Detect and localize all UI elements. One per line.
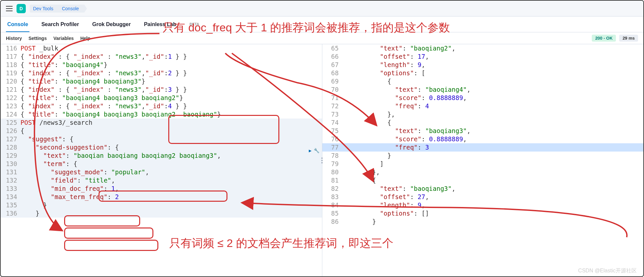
code-content[interactable]: "term": { (20, 160, 322, 168)
code-content[interactable]: "min_doc_freq": 1, (20, 185, 322, 193)
tab-console[interactable]: Console (6, 17, 29, 32)
code-content[interactable]: "score": 0.8888889, (342, 94, 644, 102)
code-content[interactable]: { "index" : { "_index" : "news3","_id":1… (20, 52, 322, 61)
tab-grok-debugger[interactable]: Grok Debugger (91, 17, 132, 32)
code-content[interactable]: POST _bulk (20, 44, 322, 52)
code-line[interactable]: 73 }, (322, 110, 644, 119)
code-line[interactable]: 118{ "title": "baoqiang4"} (1, 61, 322, 69)
menu-icon[interactable] (6, 6, 13, 11)
code-line[interactable]: 77 "freq": 3 (322, 143, 644, 152)
code-content[interactable]: ] (342, 160, 644, 168)
code-line[interactable]: 82 "text": "baoqiang3", (322, 185, 644, 193)
code-line[interactable]: 136 } (1, 209, 322, 218)
code-line[interactable]: 122{ "title": "baoqiang4 baoqiang3 baoqi… (1, 94, 322, 102)
code-content[interactable]: "options": [] (342, 209, 644, 218)
code-line[interactable]: 72 "freq": 4 (322, 102, 644, 110)
code-content[interactable]: { (342, 77, 644, 86)
code-content[interactable]: "score": 0.8888889, (342, 135, 644, 143)
code-content[interactable]: }, (342, 110, 644, 119)
code-content[interactable]: "text": "baoqiang3", (342, 127, 644, 135)
code-line[interactable]: 78 } (322, 152, 644, 160)
code-line[interactable]: 129 "text": "baoqian baoqiang baoqiang2 … (1, 152, 322, 160)
code-line[interactable]: 65 "text": "baoqiang2", (322, 44, 644, 52)
code-content[interactable]: "text": "baoqiang2", (342, 44, 644, 52)
code-line[interactable]: 131 "suggest_mode": "popular", (1, 168, 322, 176)
code-content[interactable]: "field": "title", (20, 176, 322, 185)
code-content[interactable]: "offset": 27, (342, 193, 644, 201)
code-line[interactable]: 124{ "title": "baoqiang4 baoqiang3 baoqi… (1, 110, 322, 119)
history-button[interactable]: History (6, 36, 22, 41)
code-line[interactable]: 135 } (1, 201, 322, 209)
code-content[interactable]: { (342, 119, 644, 127)
tab-painless-lab[interactable]: Painless Lab (142, 17, 178, 32)
code-line[interactable]: 83 "offset": 27, (322, 193, 644, 201)
code-content[interactable]: "offset": 17, (342, 52, 644, 61)
code-line[interactable]: 79 ] (322, 160, 644, 168)
code-line[interactable]: 81 { (322, 176, 644, 185)
code-line[interactable]: 67 "length": 9, (322, 61, 644, 69)
code-content[interactable]: "freq": 3 (342, 143, 644, 152)
code-line[interactable]: 85 "options": [] (322, 209, 644, 218)
code-content[interactable]: { "title": "baoqiang4 baoqiang3"} (20, 77, 322, 86)
code-content[interactable]: { (342, 176, 644, 185)
code-content[interactable]: { "index" : { "_index" : "news3","_id":3… (20, 86, 322, 94)
code-content[interactable]: "length": 9, (342, 201, 644, 209)
code-line[interactable]: 123{ "index" : { "_index" : "news3","_id… (1, 102, 322, 110)
wrench-icon[interactable]: 🔧 (314, 147, 319, 155)
code-content[interactable]: "suggest": { (20, 135, 322, 143)
code-content[interactable]: { (20, 127, 322, 135)
code-line[interactable]: 120{ "title": "baoqiang4 baoqiang3"} (1, 77, 322, 86)
code-line[interactable]: 71 "score": 0.8888889, (322, 94, 644, 102)
code-line[interactable]: 134 "max_term_freq": 2 (1, 193, 322, 201)
code-content[interactable]: POST /news3/_search (20, 119, 322, 127)
variables-button[interactable]: Variables (53, 36, 74, 41)
request-pane[interactable]: ▶ 🔧 116POST _bulk117{ "index" : { "_inde… (1, 44, 322, 276)
code-content[interactable]: { "title": "baoqiang4 baoqiang3 baoqiang… (20, 94, 322, 102)
code-line[interactable]: 84 "length": 9, (322, 201, 644, 209)
code-line[interactable]: 127 "suggest": { (1, 135, 322, 143)
code-content[interactable]: } (342, 152, 644, 160)
split-handle[interactable] (321, 154, 323, 167)
tab-search-profiler[interactable]: Search Profiler (40, 17, 80, 32)
code-content[interactable]: "text": "baoqian baoqiang baoqiang2 baoq… (20, 152, 322, 160)
code-line[interactable]: 75 "text": "baoqiang3", (322, 127, 644, 135)
code-content[interactable]: "options": [ (342, 69, 644, 77)
code-line[interactable]: 130 "term": { (1, 160, 322, 168)
code-content[interactable]: { "title": "baoqiang4 baoqiang3 baoqiang… (20, 110, 322, 119)
code-line[interactable]: 68 "options": [ (322, 69, 644, 77)
code-content[interactable]: "max_term_freq": 2 (20, 193, 322, 201)
code-line[interactable]: 128 "second-suggestion": { (1, 143, 322, 152)
code-content[interactable]: } (20, 209, 322, 218)
code-line[interactable]: 86 } (322, 218, 644, 226)
logo[interactable]: D (17, 4, 26, 13)
code-content[interactable]: "suggest_mode": "popular", (20, 168, 322, 176)
breadcrumb-console[interactable]: Console (59, 5, 84, 13)
code-content[interactable]: { "title": "baoqiang4"} (20, 61, 322, 69)
code-line[interactable]: 121{ "index" : { "_index" : "news3","_id… (1, 86, 322, 94)
code-content[interactable]: "length": 9, (342, 61, 644, 69)
response-pane[interactable]: 65 "text": "baoqiang2",66 "offset": 17,6… (322, 44, 644, 276)
code-content[interactable]: } (20, 201, 322, 209)
code-content[interactable]: "second-suggestion": { (20, 143, 322, 152)
code-line[interactable]: 66 "offset": 17, (322, 52, 644, 61)
code-line[interactable]: 133 "min_doc_freq": 1, (1, 185, 322, 193)
code-content[interactable]: }, (342, 168, 644, 176)
code-line[interactable]: 117{ "index" : { "_index" : "news3","_id… (1, 52, 322, 61)
code-content[interactable]: "freq": 4 (342, 102, 644, 110)
code-line[interactable]: 76 "score": 0.8888889, (322, 135, 644, 143)
code-line[interactable]: 69 { (322, 77, 644, 86)
code-line[interactable]: 126{ (1, 127, 322, 135)
code-line[interactable]: 132 "field": "title", (1, 176, 322, 185)
code-line[interactable]: 119{ "index" : { "_index" : "news3","_id… (1, 69, 322, 77)
code-content[interactable]: { "index" : { "_index" : "news3","_id":4… (20, 102, 322, 110)
play-icon[interactable]: ▶ (309, 147, 311, 155)
code-content[interactable]: { "index" : { "_index" : "news3","_id":2… (20, 69, 322, 77)
code-content[interactable]: "text": "baoqiang4", (342, 86, 644, 94)
code-content[interactable]: } (342, 218, 644, 226)
code-line[interactable]: 116POST _bulk (1, 44, 322, 52)
code-line[interactable]: 80 }, (322, 168, 644, 176)
settings-button[interactable]: Settings (28, 36, 47, 41)
run-controls[interactable]: ▶ 🔧 (309, 147, 319, 155)
code-line[interactable]: 74 { (322, 119, 644, 127)
help-button[interactable]: Help (80, 36, 90, 41)
